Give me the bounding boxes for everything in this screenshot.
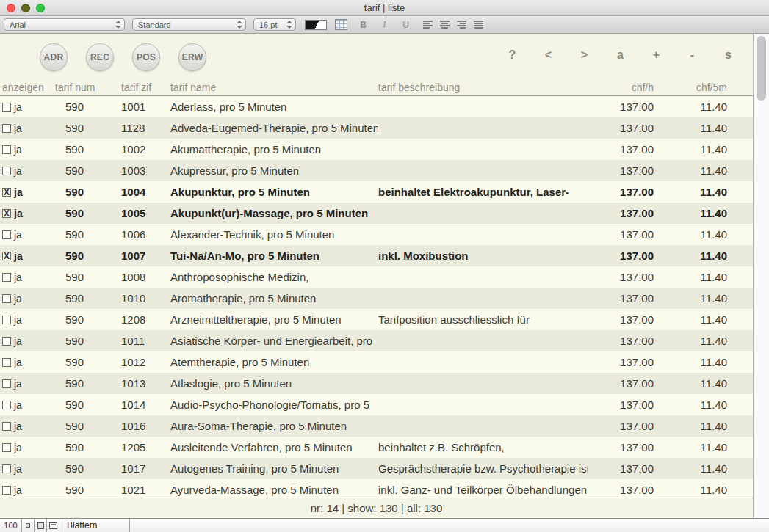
table-row[interactable]: ja 590 1012 Atemtherapie, pro 5 Minuten … <box>0 351 753 373</box>
next-record-button[interactable]: > <box>566 48 602 62</box>
vertical-scrollbar[interactable] <box>753 34 769 518</box>
row-tarif-name: Akupunkt(ur)-Massage, pro 5 Minuten <box>169 207 378 219</box>
row-tarif-name: Asiatische Körper- und Energiearbeit, pr… <box>169 335 378 347</box>
row-tarif-zif: 1006 <box>88 228 169 241</box>
search-button[interactable]: s <box>710 48 746 62</box>
row-checkbox[interactable] <box>2 294 11 303</box>
add-record-button[interactable]: + <box>638 48 674 62</box>
table-row[interactable]: ja 590 1205 Ausleitende Verfahren, pro 5… <box>0 437 753 458</box>
row-checkbox[interactable] <box>2 443 11 452</box>
row-checkbox[interactable]: X <box>2 252 11 260</box>
row-tarif-beschreibung: beinhaltet Elektroakupunktur, Laser- <box>378 186 588 198</box>
underline-button[interactable]: U <box>400 20 411 30</box>
table-row[interactable]: ja 590 1002 Akumattherapie, pro 5 Minute… <box>0 139 753 160</box>
row-checkbox[interactable] <box>2 379 11 388</box>
show-all-button[interactable]: a <box>602 48 638 62</box>
adr-button[interactable]: ADR <box>40 43 68 71</box>
table-row[interactable]: X ja 590 1004 Akupunktur, pro 5 Minuten … <box>0 181 753 203</box>
row-tarif-zif: 1128 <box>88 122 169 134</box>
row-checkbox[interactable] <box>2 167 11 175</box>
row-anzeigen-label: ja <box>14 272 22 283</box>
rec-button[interactable]: REC <box>86 43 114 71</box>
row-chf-5m: 11.40 <box>654 228 727 241</box>
statusbar-toggle-button[interactable] <box>47 519 59 532</box>
row-checkbox[interactable] <box>2 358 11 367</box>
row-tarif-name: Aderlass, pro 5 Minuten <box>169 101 378 113</box>
table-row[interactable]: ja 590 1013 Atlaslogie, pro 5 Minuten 13… <box>0 373 753 394</box>
row-chf-h: 137.00 <box>588 228 654 241</box>
erw-button[interactable]: ERW <box>178 43 206 71</box>
zoom-in-button[interactable] <box>35 519 47 532</box>
scrollbar-thumb[interactable] <box>757 36 766 101</box>
row-tarif-zif: 1208 <box>88 313 169 326</box>
row-chf-5m: 11.40 <box>654 186 727 198</box>
row-tarif-num: 590 <box>51 292 88 305</box>
align-left-button[interactable] <box>423 21 433 29</box>
row-checkbox[interactable] <box>2 124 11 133</box>
fill-pattern-button[interactable] <box>335 19 347 30</box>
prev-record-button[interactable]: < <box>530 48 566 62</box>
remove-record-button[interactable]: - <box>674 48 710 62</box>
row-checkbox[interactable]: X <box>2 209 11 218</box>
row-anzeigen-label: ja <box>14 378 22 390</box>
zoom-level[interactable]: 100 <box>0 519 22 532</box>
row-checkbox[interactable] <box>2 145 11 154</box>
table-row[interactable]: ja 590 1021 Ayurveda-Massage, pro 5 Minu… <box>0 479 753 498</box>
minimize-button[interactable] <box>21 4 30 12</box>
row-checkbox[interactable] <box>2 401 11 409</box>
align-center-button[interactable] <box>440 21 450 29</box>
pos-button[interactable]: POS <box>132 43 160 71</box>
mode-popup[interactable]: Blättern <box>59 519 130 532</box>
style-select[interactable]: Standard <box>132 18 246 31</box>
row-chf-h: 137.00 <box>588 420 654 432</box>
font-select[interactable]: Arial <box>4 18 125 31</box>
table-row[interactable]: ja 590 1016 Aura-Soma-Therapie, pro 5 Mi… <box>0 415 753 437</box>
bold-button[interactable]: B <box>358 20 369 30</box>
table-row[interactable]: ja 590 1011 Asiatische Körper- und Energ… <box>0 330 753 351</box>
table-row[interactable]: ja 590 1008 Anthroposophische Medizin, 1… <box>0 266 753 288</box>
zoom-window-button[interactable] <box>36 4 45 12</box>
table-row[interactable]: ja 590 1014 Audio-Psycho-Phonologie/Toma… <box>0 394 753 415</box>
italic-button[interactable]: I <box>379 19 390 30</box>
close-button[interactable] <box>7 4 15 12</box>
font-size-select[interactable]: 16 pt <box>253 18 296 31</box>
align-right-button[interactable] <box>457 21 466 29</box>
row-anzeigen-label: ja <box>14 165 22 177</box>
align-justify-button[interactable] <box>474 21 483 29</box>
row-chf-5m: 11.40 <box>654 292 727 305</box>
col-header-chf-5m: chf/5m <box>654 81 727 95</box>
row-anzeigen-label: ja <box>14 293 22 305</box>
row-tarif-num: 590 <box>51 398 88 411</box>
table-row[interactable]: ja 590 1010 Aromatherapie, pro 5 Minuten… <box>0 288 753 309</box>
row-checkbox[interactable] <box>2 273 11 282</box>
row-checkbox[interactable] <box>2 486 11 495</box>
row-checkbox[interactable] <box>2 422 11 431</box>
row-checkbox[interactable] <box>2 337 11 346</box>
row-checkbox[interactable] <box>2 230 11 239</box>
row-tarif-beschreibung: inkl. Moxibustion <box>378 249 588 262</box>
table-row[interactable]: ja 590 1003 Akupressur, pro 5 Minuten 13… <box>0 160 753 181</box>
row-tarif-num: 590 <box>51 186 88 198</box>
table-row[interactable]: X ja 590 1007 Tui-Na/An-Mo, pro 5 Minute… <box>0 245 753 266</box>
help-button[interactable]: ? <box>494 48 530 62</box>
row-chf-h: 137.00 <box>588 377 654 390</box>
row-checkbox[interactable]: X <box>2 188 11 197</box>
text-color-swatch[interactable] <box>305 20 327 30</box>
zoom-out-button[interactable] <box>22 519 35 532</box>
row-tarif-zif: 1002 <box>88 143 169 156</box>
table-row[interactable]: X ja 590 1005 Akupunkt(ur)-Massage, pro … <box>0 203 753 224</box>
row-checkbox[interactable] <box>2 316 11 324</box>
row-chf-h: 137.00 <box>588 249 654 262</box>
table-row[interactable]: ja 590 1001 Aderlass, pro 5 Minuten 137.… <box>0 96 753 117</box>
row-checkbox[interactable] <box>2 464 11 473</box>
row-anzeigen-label: ja <box>14 186 23 198</box>
row-anzeigen-label: ja <box>14 399 22 411</box>
table-row[interactable]: ja 590 1006 Alexander-Technik, pro 5 Min… <box>0 224 753 245</box>
row-tarif-zif: 1013 <box>88 377 169 390</box>
table-row[interactable]: ja 590 1208 Arzneimitteltherapie, pro 5 … <box>0 309 753 330</box>
table-row[interactable]: ja 590 1017 Autogenes Training, pro 5 Mi… <box>0 458 753 479</box>
row-tarif-num: 590 <box>51 207 88 219</box>
row-checkbox[interactable] <box>2 103 11 112</box>
table-row[interactable]: ja 590 1128 Adveda-Eugemed-Therapie, pro… <box>0 117 753 139</box>
row-tarif-beschreibung: inkl. Ganz- und Teilkörper Ölbehandlunge… <box>378 484 588 496</box>
